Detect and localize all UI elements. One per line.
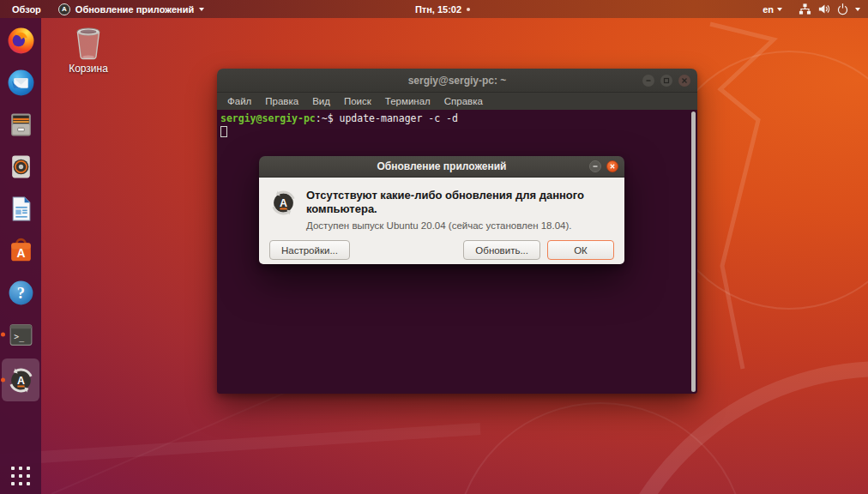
close-icon [681, 77, 688, 84]
terminal-window-title: sergiy@sergiy-pc: ~ [217, 75, 697, 87]
firefox-icon [7, 27, 35, 55]
software-updater-icon: A [7, 366, 35, 395]
thunderbird-icon [7, 69, 35, 97]
rhythmbox-icon [7, 153, 35, 181]
clock-button[interactable]: Птн, 15:02 [415, 4, 470, 15]
upgrade-button[interactable]: Обновить... [463, 240, 540, 260]
power-icon [836, 3, 849, 15]
settings-button[interactable]: Настройки... [269, 240, 350, 260]
ubuntu-software-icon: A [7, 237, 35, 265]
ok-button[interactable]: ОК [547, 240, 614, 260]
dock-item-libreoffice-writer[interactable] [2, 190, 39, 226]
show-applications-icon [11, 467, 30, 485]
close-button[interactable] [606, 160, 618, 172]
terminal-prompt-path: :~$ [316, 112, 334, 124]
chevron-down-icon [777, 8, 782, 11]
keyboard-layout-button[interactable]: en [763, 4, 782, 15]
dock-item-firefox[interactable] [2, 22, 39, 58]
terminal-titlebar[interactable]: sergiy@sergiy-pc: ~ [217, 69, 697, 93]
terminal-icon: >_ [7, 321, 35, 349]
network-icon [799, 3, 811, 15]
libreoffice-writer-icon [7, 195, 35, 223]
terminal-scrollbar[interactable] [691, 111, 696, 392]
running-indicator-dot [1, 378, 5, 383]
maximize-button[interactable] [660, 75, 672, 87]
close-icon [609, 163, 616, 170]
clock-label: Птн, 15:02 [415, 4, 461, 15]
dock-item-terminal[interactable]: >_ [2, 316, 39, 352]
software-bag-glyph: A [16, 245, 25, 259]
system-menu[interactable]: en [763, 3, 868, 15]
help-icon: ? [7, 279, 35, 307]
terminal-cursor [220, 126, 227, 137]
updater-glyph: A [17, 375, 25, 387]
app-menu-button[interactable]: A Обновление приложений [58, 3, 204, 15]
minimize-button[interactable] [642, 75, 654, 87]
terminal-command: update-manager -c -d [340, 112, 458, 124]
minimize-icon [645, 77, 652, 84]
menu-terminal[interactable]: Терминал [378, 96, 437, 106]
trash-desktop-icon[interactable]: Корзина [63, 27, 113, 75]
maximize-icon [663, 77, 670, 84]
software-updater-dialog: Обновление приложений A [259, 156, 624, 264]
updater-glyph: A [280, 197, 287, 209]
app-menu-label: Обновление приложений [75, 4, 194, 15]
dialog-titlebar[interactable]: Обновление приложений [259, 156, 624, 178]
dock-item-rhythmbox[interactable] [2, 148, 39, 184]
help-glyph: ? [16, 284, 24, 302]
show-applications-button[interactable] [0, 467, 41, 485]
dock-item-help[interactable]: ? [2, 274, 39, 310]
chevron-down-icon [199, 8, 204, 11]
files-icon [7, 111, 35, 139]
activities-button[interactable]: Обзор [9, 3, 45, 16]
menu-help[interactable]: Справка [437, 96, 490, 106]
notification-dot [467, 8, 470, 11]
top-bar: Обзор A Обновление приложений Птн, 15:02… [0, 0, 868, 18]
keyboard-layout-label: en [763, 4, 774, 15]
dock-item-software-updater[interactable]: A [2, 358, 39, 401]
trash-label: Корзина [63, 63, 113, 75]
terminal-prompt-user: sergiy@sergiy-pc [220, 112, 316, 124]
dialog-detail: Доступен выпуск Ubuntu 20.04 (сейчас уст… [306, 220, 602, 231]
menu-view[interactable]: Вид [305, 96, 337, 106]
chevron-down-icon [855, 8, 860, 11]
dock: A ? >_ A [0, 18, 41, 494]
dialog-heading: Отсутствуют какие-либо обновления для да… [306, 189, 602, 216]
close-button[interactable] [678, 75, 690, 87]
menu-file[interactable]: Файл [220, 96, 258, 106]
software-updater-icon: A [58, 3, 70, 15]
dock-item-files[interactable] [2, 106, 39, 142]
minimize-icon [592, 163, 599, 170]
dock-item-ubuntu-software[interactable]: A [2, 232, 39, 268]
dock-item-thunderbird[interactable] [2, 64, 39, 100]
menu-edit[interactable]: Правка [258, 96, 305, 106]
minimize-button[interactable] [589, 160, 601, 172]
menu-search[interactable]: Поиск [337, 96, 378, 106]
dialog-title: Обновление приложений [259, 160, 624, 172]
terminal-menubar: Файл Правка Вид Поиск Терминал Справка [217, 93, 697, 110]
terminal-command-line: sergiy@sergiy-pc:~$ update-manager -c -d [220, 112, 685, 125]
volume-icon [817, 3, 830, 15]
software-updater-icon: A [269, 189, 298, 217]
terminal-prompt-glyph: >_ [14, 331, 24, 341]
trash-icon [74, 27, 103, 61]
running-indicator-dot [1, 333, 5, 337]
